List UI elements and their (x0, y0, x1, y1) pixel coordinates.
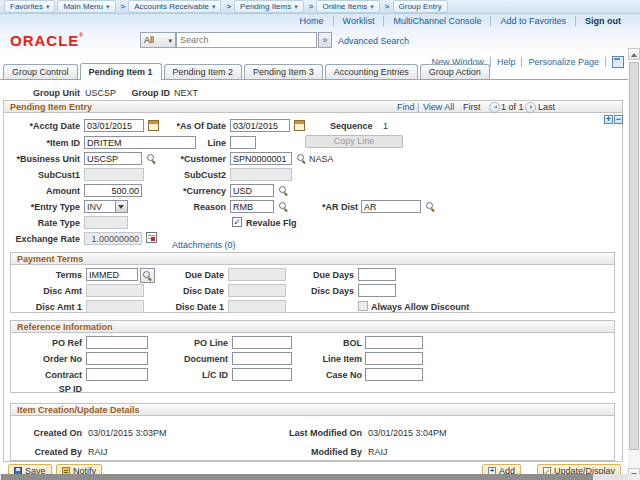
due-days-input[interactable] (358, 268, 396, 281)
vertical-scrollbar[interactable] (628, 48, 640, 480)
chevron-down-icon (294, 2, 298, 11)
revalue-flg-checkbox[interactable]: ✓ (232, 217, 242, 227)
document-input[interactable] (232, 352, 292, 365)
find-link[interactable]: Find (397, 102, 415, 112)
scroll-up-icon[interactable] (628, 48, 640, 60)
po-ref-input[interactable] (86, 336, 148, 349)
disc-date-1-input (228, 300, 286, 313)
customer-label: *Customer (130, 154, 226, 164)
subcust1-label: SubCust1 (0, 170, 80, 180)
exchange-rate-input (84, 232, 142, 245)
created-by-label: Created By (10, 447, 82, 457)
last-modified-on-value: 03/01/2015 3:04PM (368, 428, 447, 438)
breadcrumb-separator: > (226, 2, 231, 11)
horizontal-scrollbar[interactable] (0, 474, 628, 480)
reason-input[interactable] (230, 200, 274, 213)
add-to-favorites-link[interactable]: Add to Favorites (491, 16, 576, 26)
lc-id-input[interactable] (232, 368, 292, 381)
as-of-date-input[interactable] (230, 119, 290, 132)
currency-lookup-icon[interactable] (278, 185, 289, 196)
contract-label: Contract (10, 370, 82, 380)
worklist-link[interactable]: Worklist (334, 16, 385, 26)
attachments-link[interactable]: Attachments (0) (172, 240, 236, 250)
contract-input[interactable] (86, 368, 148, 381)
breadcrumb-main-menu[interactable]: Main Menu (57, 0, 115, 13)
scrollbar-corner (628, 474, 640, 480)
multichannel-console-link[interactable]: MultiChannel Console (384, 16, 491, 26)
acctg-date-label: *Acctg Date (0, 121, 80, 131)
tab-group-action[interactable]: Group Action (420, 64, 490, 80)
rate-type-label: Rate Type (0, 218, 80, 228)
view-all-link[interactable]: View All (423, 102, 454, 112)
chevron-down-icon (370, 2, 374, 11)
breadcrumb-favorites[interactable]: Favorites (4, 0, 55, 13)
lc-id-label: L/C ID (140, 370, 228, 380)
first-label: First (463, 102, 481, 112)
exchange-rate-detail-icon[interactable] (146, 232, 157, 243)
breadcrumb-group-entry[interactable]: Group Entry (393, 0, 448, 13)
customer-input[interactable] (230, 152, 292, 165)
advanced-search-link[interactable]: Advanced Search (338, 36, 409, 46)
breadcrumb-pending-items[interactable]: Pending Items (234, 0, 304, 13)
search-input[interactable] (176, 32, 317, 48)
tab-accounting-entries[interactable]: Accounting Entries (325, 64, 418, 80)
horizontal-scrollbar-thumb[interactable] (1, 474, 593, 480)
last-label: Last (538, 102, 555, 112)
currency-input[interactable] (230, 184, 274, 197)
tab-bar: Group Control Pending Item 1 Pending Ite… (3, 63, 492, 80)
calendar-icon[interactable] (294, 120, 305, 131)
delete-row-button[interactable]: − (614, 115, 623, 124)
always-allow-discount-label: Always Allow Discount (371, 302, 481, 312)
ar-dist-input[interactable] (361, 200, 421, 213)
section-title: Item Creation/Update Details (17, 405, 140, 415)
ar-dist-lookup-icon[interactable] (425, 201, 436, 212)
tab-group-control[interactable]: Group Control (3, 64, 78, 80)
line-item-label: Line Item (290, 354, 362, 364)
subcust2-input (230, 168, 292, 181)
tab-pending-item-3[interactable]: Pending Item 3 (244, 64, 323, 80)
rate-type-input (84, 216, 128, 229)
section-title: Reference Information (17, 322, 113, 332)
amount-label: Amount (0, 186, 80, 196)
group-id-value: NEXT (174, 88, 198, 98)
terms-input[interactable] (86, 268, 138, 281)
help-link[interactable]: Help (491, 57, 523, 67)
prev-row-icon[interactable] (489, 102, 500, 113)
due-date-input (228, 268, 286, 281)
search-scope-dropdown[interactable]: All (140, 32, 176, 48)
breadcrumb-accounts-receivable[interactable]: Accounts Receivable (128, 0, 221, 13)
case-no-input[interactable] (365, 368, 423, 381)
entry-type-dropdown[interactable]: INV (84, 200, 128, 213)
vertical-scrollbar-thumb[interactable] (629, 62, 639, 450)
line-item-input[interactable] (365, 352, 423, 365)
search-go-button[interactable] (318, 32, 332, 48)
header-links: Home Worklist MultiChannel Console Add t… (0, 14, 640, 27)
add-row-button[interactable]: + (604, 115, 613, 124)
order-no-input[interactable] (86, 352, 148, 365)
customer-name-value: NASA (309, 154, 334, 164)
section-title: Pending Item Entry (10, 102, 92, 112)
sequence-value: 1 (383, 121, 388, 131)
disc-amt-1-label: Disc Amt 1 (10, 302, 82, 312)
next-row-icon[interactable] (525, 102, 536, 113)
find-separator: | (417, 102, 419, 112)
dropdown-arrow-icon[interactable] (115, 201, 127, 212)
payment-terms-header: Payment Terms (10, 252, 615, 265)
home-link[interactable]: Home (291, 16, 334, 26)
exchange-rate-label: Exchange Rate (0, 234, 80, 244)
line-input[interactable] (230, 136, 256, 149)
tab-pending-item-2[interactable]: Pending Item 2 (164, 64, 243, 80)
breadcrumb-separator: > (309, 2, 314, 11)
personalize-page-link[interactable]: Personalize Page (522, 57, 606, 67)
sign-out-link[interactable]: Sign out (576, 16, 630, 26)
bol-input[interactable] (365, 336, 423, 349)
row-nav (522, 102, 539, 113)
tab-pending-item-1[interactable]: Pending Item 1 (80, 63, 162, 80)
disc-days-input[interactable] (358, 284, 396, 297)
personalize-layout-icon[interactable] (612, 56, 624, 68)
disc-date-label: Disc Date (140, 286, 224, 296)
breadcrumb: Favorites Main Menu > Accounts Receivabl… (0, 0, 640, 14)
customer-lookup-icon[interactable] (296, 153, 307, 164)
po-line-input[interactable] (232, 336, 292, 349)
breadcrumb-online-items[interactable]: Online Items (316, 0, 379, 13)
